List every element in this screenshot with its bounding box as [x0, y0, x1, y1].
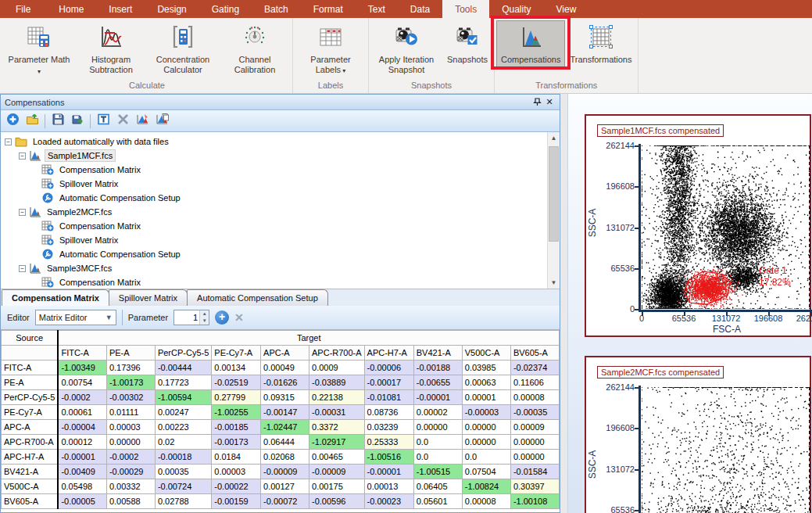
scatter-plot-canvas[interactable] — [642, 145, 810, 309]
matrix-cell[interactable]: -0.00724 — [155, 479, 211, 494]
matrix-cell[interactable]: -0.02519 — [212, 375, 261, 390]
delete-button[interactable] — [114, 113, 131, 130]
matrix-cell[interactable]: -1.00349 — [58, 361, 106, 375]
matrix-cell[interactable]: 0.02 — [155, 435, 211, 450]
ribbon-tab-design[interactable]: Design — [145, 0, 199, 18]
matrix-cell[interactable]: 0.01111 — [106, 405, 155, 420]
histogram-subtraction-button[interactable]: Histogram Subtraction — [75, 20, 147, 77]
apply-compensation-button[interactable] — [134, 113, 151, 130]
matrix-cell[interactable]: 0.00061 — [58, 405, 106, 420]
tree-item-compensation-matrix[interactable]: Compensation Matrix — [1, 163, 547, 177]
matrix-cell[interactable]: 0.00000 — [413, 420, 462, 435]
matrix-cell[interactable]: 0.00000 — [106, 435, 155, 450]
copy-compensation-button[interactable] — [153, 113, 170, 130]
matrix-cell[interactable]: -0.00031 — [309, 405, 365, 420]
matrix-cell[interactable]: 0.17396 — [106, 361, 155, 375]
matrix-cell[interactable]: 0.02788 — [155, 494, 211, 509]
matrix-cell[interactable]: 0.3372 — [309, 420, 365, 435]
add-button[interactable] — [4, 113, 21, 130]
parameter-stepper[interactable]: ▲ ▼ — [173, 310, 209, 325]
parameter-math-button[interactable]: Parameter Math ▾ — [3, 20, 75, 79]
ribbon-tab-format[interactable]: Format — [301, 0, 356, 18]
scroll-down-icon[interactable]: ▼ — [548, 277, 560, 289]
close-icon[interactable]: ✕ — [543, 97, 556, 108]
matrix-cell[interactable]: 0.00000 — [462, 435, 510, 450]
matrix-cell[interactable]: 0.05498 — [58, 479, 106, 494]
tree-item-sample-1[interactable]: −Sample1MCF.fcs — [1, 149, 547, 163]
apply-iteration-snapshot-button[interactable]: Apply Iteration Snapshot — [370, 20, 442, 77]
tree-item-automatic-compensation-setup[interactable]: Automatic Compensation Setup — [1, 191, 547, 205]
matrix-cell[interactable]: -0.00023 — [364, 494, 413, 509]
matrix-cell[interactable]: -0.00009 — [309, 465, 365, 479]
collapse-icon[interactable]: − — [19, 265, 26, 272]
scatter-plot-canvas[interactable] — [642, 387, 810, 513]
collapse-icon[interactable]: − — [19, 209, 26, 216]
matrix-cell[interactable]: -0.00001 — [364, 465, 413, 479]
matrix-cell[interactable]: 0.0184 — [212, 450, 261, 465]
matrix-cell[interactable]: 0.0009 — [309, 361, 365, 375]
matrix-cell[interactable]: 0.00247 — [155, 405, 211, 420]
matrix-cell[interactable]: -0.00302 — [106, 390, 155, 405]
matrix-cell[interactable]: -1.00516 — [364, 450, 413, 465]
save-button[interactable] — [49, 113, 66, 130]
tree-item-sample-2[interactable]: −Sample2MCF.fcs — [1, 205, 547, 219]
matrix-cell[interactable]: -1.00108 — [510, 494, 559, 509]
matrix-cell[interactable]: -0.00004 — [58, 420, 106, 435]
matrix-cell[interactable]: -0.01584 — [510, 465, 559, 479]
matrix-cell[interactable]: -0.00409 — [58, 465, 106, 479]
matrix-cell[interactable]: -0.00029 — [106, 465, 155, 479]
matrix-cell[interactable]: -0.00185 — [212, 420, 261, 435]
matrix-cell[interactable]: 0.00223 — [155, 420, 211, 435]
matrix-cell[interactable]: -0.00444 — [155, 361, 211, 375]
matrix-cell[interactable]: -0.00001 — [58, 450, 106, 465]
matrix-cell[interactable]: -1.02447 — [261, 420, 309, 435]
matrix-cell[interactable]: -1.00173 — [106, 375, 155, 390]
ribbon-tab-gating[interactable]: Gating — [199, 0, 252, 18]
matrix-cell[interactable]: 0.06405 — [413, 479, 462, 494]
concentration-calculator-button[interactable]: Concentration Calculator — [147, 20, 219, 77]
tree-item-spillover-matrix[interactable]: Spillover Matrix — [1, 177, 547, 191]
pin-icon[interactable] — [531, 97, 543, 108]
ribbon-tab-home[interactable]: Home — [46, 0, 96, 18]
matrix-cell[interactable]: 0.09315 — [261, 390, 309, 405]
matrix-cell[interactable]: -0.00022 — [212, 479, 261, 494]
matrix-cell[interactable]: 0.0 — [413, 450, 462, 465]
matrix-cell[interactable]: -0.00159 — [212, 494, 261, 509]
matrix-cell[interactable]: 0.17723 — [155, 375, 211, 390]
tree-item-compensation-matrix[interactable]: Compensation Matrix — [1, 275, 547, 289]
tab-automatic-compensation-setup[interactable]: Automatic Compensation Setup — [187, 289, 328, 306]
editor-select[interactable]: Matrix Editor ▼ — [35, 310, 116, 325]
spin-down-icon[interactable]: ▼ — [200, 317, 209, 325]
matrix-cell[interactable]: -0.00655 — [413, 375, 462, 390]
tree-item-compensation-matrix[interactable]: Compensation Matrix — [1, 219, 547, 233]
matrix-cell[interactable]: -0.00005 — [58, 494, 106, 509]
matrix-cell[interactable]: -0.00147 — [261, 405, 309, 420]
matrix-cell[interactable]: -0.00006 — [364, 361, 413, 375]
matrix-cell[interactable]: -0.00596 — [309, 494, 365, 509]
matrix-cell[interactable]: 0.00003 — [106, 420, 155, 435]
matrix-cell[interactable]: 0.00002 — [413, 405, 462, 420]
add-parameter-button[interactable]: + — [215, 310, 229, 325]
matrix-cell[interactable]: 0.03239 — [364, 420, 413, 435]
rename-button[interactable] — [95, 113, 112, 130]
tree-scrollbar[interactable]: ▲ ▼ — [547, 132, 560, 289]
matrix-cell[interactable]: -1.00594 — [155, 390, 211, 405]
matrix-cell[interactable]: -0.02374 — [510, 361, 559, 375]
matrix-cell[interactable]: -1.00824 — [462, 479, 510, 494]
ribbon-tab-quality[interactable]: Quality — [489, 0, 543, 18]
matrix-cell[interactable]: 0.00465 — [309, 450, 365, 465]
matrix-cell[interactable]: -0.00018 — [155, 450, 211, 465]
matrix-cell[interactable]: 0.00008 — [462, 494, 510, 509]
scroll-up-icon[interactable]: ▲ — [548, 132, 560, 144]
matrix-cell[interactable]: -0.0002 — [106, 450, 155, 465]
matrix-cell[interactable]: 0.0 — [413, 435, 462, 450]
matrix-cell[interactable]: -0.00035 — [510, 405, 559, 420]
scroll-thumb[interactable] — [549, 146, 559, 242]
matrix-cell[interactable]: 0.27799 — [212, 390, 261, 405]
matrix-cell[interactable]: -0.00072 — [261, 494, 309, 509]
ribbon-tab-view[interactable]: View — [544, 0, 589, 18]
ribbon-tab-data[interactable]: Data — [398, 0, 442, 18]
channel-calibration-button[interactable]: Channel Calibration — [219, 20, 291, 77]
export-button[interactable] — [69, 113, 86, 130]
matrix-cell[interactable]: 0.00012 — [58, 435, 106, 450]
